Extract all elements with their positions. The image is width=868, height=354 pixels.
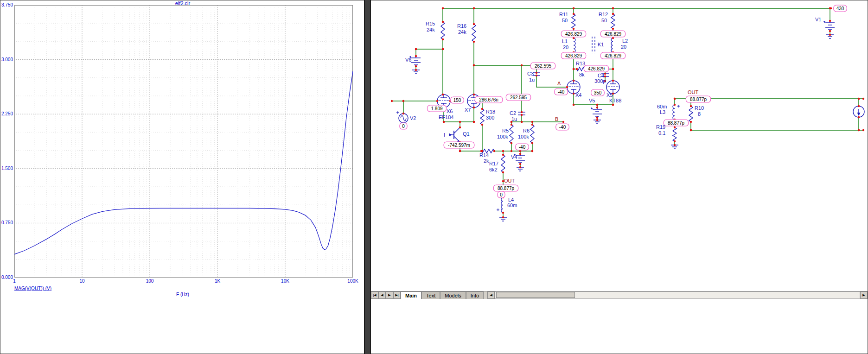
value-box[interactable]: 262.595 <box>530 63 555 69</box>
component-label[interactable]: 60m <box>657 104 667 109</box>
component-label[interactable]: R5 <box>502 128 509 133</box>
ac-source-symbol-v2[interactable] <box>399 114 408 123</box>
ind-v-symbol-l1[interactable] <box>574 38 575 52</box>
component-label[interactable]: L1 <box>562 38 568 44</box>
res-v-symbol-r19[interactable] <box>673 127 677 141</box>
battery-symbol-v5[interactable] <box>591 107 602 118</box>
scroll-right-button[interactable]: ▶ <box>860 291 868 299</box>
scroll-thumb[interactable] <box>496 292 575 298</box>
res-v-symbol-r5[interactable] <box>510 125 513 143</box>
component-label[interactable]: 50 <box>562 18 568 23</box>
component-label[interactable]: 8 <box>698 111 701 117</box>
component-label[interactable]: L3 <box>660 109 665 115</box>
component-label[interactable]: X6 <box>447 108 453 114</box>
component-label[interactable]: 1u <box>529 77 535 82</box>
value-box[interactable]: 426.829 <box>561 52 586 59</box>
component-label[interactable]: C4 <box>598 73 604 78</box>
value-box[interactable]: 0 <box>400 123 407 129</box>
component-label[interactable]: 60m <box>507 202 517 208</box>
node-label[interactable]: OUT <box>504 178 515 183</box>
value-box[interactable]: 286.676n <box>475 96 503 103</box>
component-label[interactable]: R18 <box>486 109 495 114</box>
component-label[interactable]: V2 <box>410 115 416 121</box>
page-nav-button-3[interactable]: ▶| <box>393 291 401 299</box>
res-v-symbol-r12[interactable] <box>611 14 615 29</box>
component-label[interactable]: KT88 <box>609 98 621 103</box>
ind-v-symbol-l4[interactable] <box>501 197 503 213</box>
component-label[interactable]: 20 <box>621 44 626 50</box>
component-label[interactable]: 24k <box>458 29 466 35</box>
node-label[interactable]: A <box>557 81 561 86</box>
trace-expression-label[interactable]: MAG(V(OUT)) (V) <box>14 286 51 291</box>
i-source-symbol-i1[interactable] <box>853 106 864 117</box>
coupling-symbol-k1[interactable] <box>592 37 595 53</box>
tab-models[interactable]: Models <box>440 291 466 299</box>
component-label[interactable]: V4 <box>511 154 517 160</box>
value-box[interactable]: -40 <box>516 144 529 150</box>
component-label[interactable]: L4 <box>508 197 514 202</box>
component-label[interactable]: 100k <box>497 134 508 139</box>
res-v-symbol-r17[interactable] <box>501 155 505 172</box>
tab-info[interactable]: Info <box>466 291 484 299</box>
value-box[interactable]: 426.829 <box>584 65 608 72</box>
component-label[interactable]: R15 <box>426 21 435 26</box>
plot-canvas[interactable] <box>14 5 353 278</box>
schematic-canvas[interactable]: 1501.809286.676n-742.597m0262.595262.595… <box>371 0 868 291</box>
component-label[interactable]: K1 <box>598 42 604 47</box>
value-box[interactable]: 262.595 <box>506 94 530 101</box>
value-box[interactable]: 0 <box>498 191 505 198</box>
component-label[interactable]: R10 <box>695 105 704 111</box>
scroll-left-button[interactable]: ◀ <box>487 291 495 299</box>
tab-main[interactable]: Main <box>401 291 421 299</box>
component-label[interactable]: V6 <box>405 57 411 63</box>
component-label[interactable]: R6 <box>523 128 530 133</box>
component-label[interactable]: 50 <box>601 18 607 23</box>
res-v-symbol-r11[interactable] <box>572 14 575 29</box>
component-label[interactable]: 1u <box>511 116 517 122</box>
res-v-symbol-r10[interactable] <box>689 106 693 122</box>
npn-symbol-q1[interactable] <box>449 127 460 143</box>
node-label[interactable]: OUT <box>688 89 699 95</box>
component-label[interactable]: 300p <box>594 78 606 84</box>
value-box[interactable]: 426.829 <box>600 31 625 37</box>
component-label[interactable]: X7 <box>465 107 471 113</box>
component-label[interactable]: R11 <box>559 12 568 17</box>
component-label[interactable]: 2k <box>484 158 489 164</box>
battery-symbol-v1[interactable] <box>823 21 835 31</box>
page-nav-button-0[interactable]: |◀ <box>371 291 378 299</box>
component-label[interactable]: R16 <box>457 23 466 29</box>
component-label[interactable]: 6k2 <box>489 167 498 172</box>
component-label[interactable]: 300 <box>486 115 494 120</box>
component-label[interactable]: R17 <box>489 161 498 166</box>
component-label[interactable]: C3 <box>527 71 534 76</box>
res-v-symbol-r16[interactable] <box>472 24 476 42</box>
component-label[interactable]: 24k <box>427 27 435 32</box>
value-box[interactable]: -742.597m <box>444 142 474 148</box>
horizontal-scrollbar[interactable]: ◀ ▶ <box>487 291 868 299</box>
component-label[interactable]: C2 <box>510 110 516 116</box>
value-box[interactable]: -40 <box>556 124 569 130</box>
page-nav-button-2[interactable]: ▶ <box>386 291 393 299</box>
ind-v-symbol-l2[interactable] <box>611 38 613 52</box>
ind-v-symbol-l3[interactable] <box>673 105 675 120</box>
component-label[interactable]: R19 <box>656 124 665 130</box>
component-label[interactable]: V5 <box>589 98 595 103</box>
res-v-symbol-r18[interactable] <box>480 109 484 125</box>
component-label[interactable]: I <box>444 132 445 138</box>
component-label[interactable]: L2 <box>622 38 628 44</box>
component-label[interactable]: 20 <box>563 44 568 50</box>
page-nav-button-1[interactable]: ◀ <box>378 291 386 299</box>
value-box[interactable]: 350 <box>591 89 605 96</box>
value-box[interactable]: 150 <box>451 97 464 103</box>
tab-text[interactable]: Text <box>421 291 440 299</box>
tube-symbol-x4[interactable] <box>567 81 580 94</box>
value-box[interactable]: 88.877p <box>686 96 710 102</box>
node-label[interactable]: B <box>555 116 558 122</box>
component-label[interactable]: X5 <box>606 92 613 98</box>
component-label[interactable]: 8k <box>579 72 585 77</box>
value-box[interactable]: 426.829 <box>561 31 586 37</box>
component-label[interactable]: R12 <box>599 12 608 17</box>
component-label[interactable]: R13 <box>576 61 585 66</box>
value-box[interactable]: 426.829 <box>600 52 625 59</box>
tube-symbol-x5[interactable] <box>606 81 619 94</box>
